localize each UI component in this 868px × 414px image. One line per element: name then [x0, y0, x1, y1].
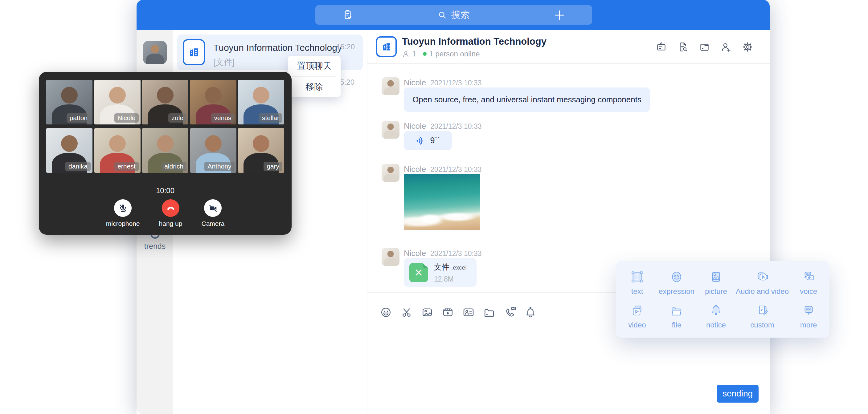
- message-meta: Nicole2021/12/3 10:33: [404, 249, 482, 258]
- sender-avatar[interactable]: [381, 248, 400, 266]
- microphone-label: microphone: [106, 220, 140, 227]
- sender-avatar[interactable]: [381, 121, 400, 138]
- sender-avatar[interactable]: [381, 77, 400, 95]
- microphone-button[interactable]: microphone: [106, 199, 140, 227]
- image-icon[interactable]: [421, 306, 433, 319]
- call-controls: microphone hang up Camer: [39, 199, 291, 227]
- file-message-card[interactable]: ✕ 文件.excel 12.8M: [404, 258, 476, 287]
- my-avatar[interactable]: [143, 41, 167, 64]
- chat-title: Tuoyun Information Technology: [402, 36, 547, 47]
- type-label: Audio and video: [736, 287, 789, 296]
- participant-name: venus: [211, 114, 234, 123]
- sender-avatar[interactable]: [381, 164, 400, 182]
- notification-bell-icon[interactable]: [524, 306, 537, 319]
- search-field[interactable]: 搜索: [437, 9, 470, 21]
- video-tile: patton: [46, 80, 92, 124]
- participant-name: Anthony: [204, 162, 234, 171]
- message-meta: Nicole2021/12/3 10:33: [404, 121, 482, 131]
- type-item-file[interactable]: file: [657, 303, 696, 332]
- message-time: 2021/12/3 10:33: [430, 79, 482, 87]
- chat-area: Tuoyun Information Technology 1 1 person…: [367, 30, 770, 414]
- audio-video-icon: [754, 269, 770, 285]
- type-label: expression: [659, 287, 694, 296]
- add-icon[interactable]: [553, 9, 566, 21]
- message-type-panel: text expression picture: [616, 261, 830, 338]
- participant-name: ernest: [114, 162, 138, 171]
- conversation-time: 15:20: [336, 42, 355, 51]
- file-icon: [669, 303, 684, 318]
- group-notice-icon[interactable]: [656, 41, 667, 52]
- file-ext: .excel: [451, 264, 467, 271]
- text-icon: [629, 269, 645, 285]
- send-button[interactable]: sending: [717, 385, 758, 403]
- hang-up-label: hang up: [159, 220, 183, 227]
- chat-header: Tuoyun Information Technology 1 1 person…: [367, 30, 770, 64]
- message-time: 2021/12/3 10:33: [430, 122, 482, 130]
- expression-icon: [669, 269, 684, 285]
- notice-bell-icon: [708, 303, 724, 318]
- message-time: 2021/12/3 10:33: [430, 165, 482, 173]
- conversation-last-message: [文件]: [213, 57, 235, 68]
- online-status: 1 person online: [429, 50, 479, 58]
- video-call-icon[interactable]: [504, 306, 516, 319]
- file-folder-icon[interactable]: [699, 41, 710, 52]
- chat-subtitle: 1 1 person online: [402, 50, 479, 58]
- hang-up-button[interactable]: hang up: [159, 199, 183, 227]
- settings-gear-icon[interactable]: [742, 41, 753, 52]
- search-bar[interactable]: 搜索: [315, 5, 592, 25]
- beach-photo-message[interactable]: [404, 174, 480, 230]
- member-icon: [402, 50, 410, 58]
- video-tile: Nicole: [94, 80, 141, 124]
- camera-button[interactable]: Camera: [201, 199, 224, 227]
- type-label: voice: [800, 287, 817, 296]
- emoji-icon[interactable]: [380, 306, 392, 319]
- type-label: picture: [705, 287, 727, 296]
- context-menu: 置顶聊天 移除: [288, 56, 341, 97]
- video-tile: venus: [190, 80, 237, 124]
- hang-up-icon: [162, 199, 179, 217]
- custom-icon: [754, 303, 770, 318]
- search-icon: [437, 10, 447, 20]
- camera-off-icon: [204, 199, 222, 217]
- menu-item-remove[interactable]: 移除: [288, 77, 341, 97]
- folder-icon[interactable]: [483, 306, 495, 319]
- chat-record-search-icon[interactable]: [678, 41, 688, 52]
- message-meta: Nicole2021/12/3 10:33: [404, 164, 482, 174]
- type-item-custom[interactable]: custom: [736, 303, 789, 332]
- member-count: 1: [412, 50, 416, 58]
- message-meta: Nicole2021/12/3 10:33: [404, 78, 482, 88]
- message-time: 2021/12/3 10:33: [430, 250, 482, 257]
- file-size: 12.8M: [434, 275, 467, 283]
- voice-icon: [801, 269, 816, 285]
- type-item-notice[interactable]: notice: [696, 303, 736, 332]
- picture-icon: [708, 269, 724, 285]
- voice-wave-icon: [415, 136, 425, 146]
- video-tile: gary: [238, 128, 284, 173]
- type-item-text[interactable]: text: [617, 269, 657, 298]
- participant-name: danika: [65, 162, 91, 171]
- text-bubble: Open source, free, and universal instant…: [404, 88, 650, 112]
- stage: 搜索 trends: [0, 0, 868, 414]
- group-avatar-icon: [376, 36, 397, 57]
- type-item-voice[interactable]: voice: [789, 269, 828, 298]
- participant-name: aldrich: [161, 162, 186, 171]
- type-item-expression[interactable]: expression: [657, 269, 696, 298]
- video-tile: Anthony: [190, 128, 237, 173]
- type-item-audio-video[interactable]: Audio and video: [736, 269, 789, 298]
- chat-header-actions: [656, 41, 753, 52]
- type-item-video[interactable]: video: [617, 303, 657, 332]
- type-item-picture[interactable]: picture: [696, 269, 736, 298]
- video-call-panel: patton Nicole zole venus stellar danika …: [39, 72, 291, 235]
- screenshot-scissors-icon[interactable]: [400, 306, 413, 319]
- video-clip-icon[interactable]: [442, 306, 454, 319]
- call-record-icon[interactable]: [342, 9, 353, 21]
- video-icon: [629, 303, 645, 318]
- contact-card-icon[interactable]: [462, 306, 475, 319]
- menu-item-pin-chat[interactable]: 置顶聊天: [288, 56, 341, 76]
- type-item-more[interactable]: more: [789, 303, 828, 332]
- add-member-icon[interactable]: [721, 41, 732, 52]
- video-tile: zole: [142, 80, 188, 124]
- voice-bubble[interactable]: 9``: [404, 131, 452, 150]
- participant-name: Nicole: [114, 114, 138, 123]
- video-tile: ernest: [94, 128, 141, 173]
